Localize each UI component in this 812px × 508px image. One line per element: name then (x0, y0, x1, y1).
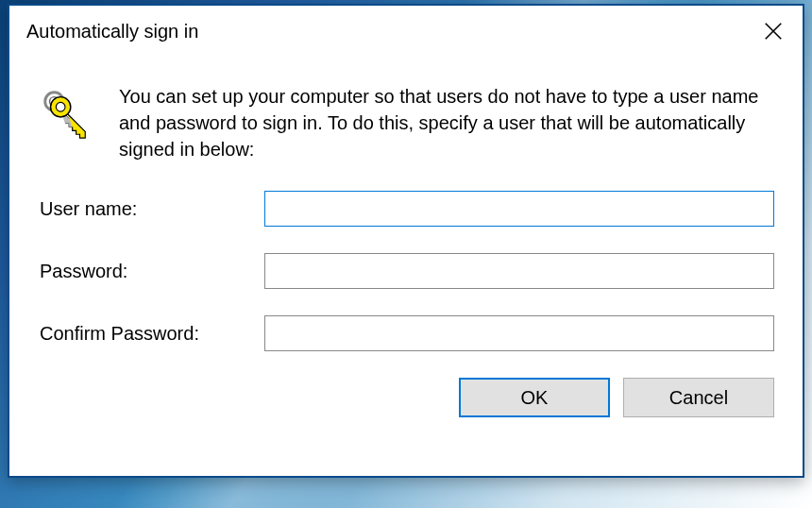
dialog-header: You can set up your computer so that use… (38, 83, 774, 162)
dialog-title: Automatically sign in (26, 21, 198, 42)
dialog-titlebar: Automatically sign in (9, 6, 803, 57)
dialog-buttons: OK Cancel (38, 378, 774, 417)
cancel-button[interactable]: Cancel (623, 378, 774, 417)
close-button[interactable] (759, 17, 787, 45)
ok-button[interactable]: OK (459, 378, 610, 417)
dialog-content: You can set up your computer so that use… (9, 57, 803, 427)
username-row: User name: (38, 191, 774, 227)
close-icon (763, 21, 784, 42)
auto-signin-dialog: Automatically sign in (8, 4, 804, 478)
dialog-description: You can set up your computer so that use… (119, 83, 774, 162)
username-input[interactable] (264, 191, 774, 227)
password-row: Password: (38, 253, 774, 289)
confirm-password-row: Confirm Password: (38, 315, 774, 351)
username-label: User name: (38, 198, 264, 220)
svg-point-5 (56, 102, 65, 111)
keys-icon (38, 87, 93, 142)
confirm-password-label: Confirm Password: (38, 323, 264, 345)
password-input[interactable] (264, 253, 774, 289)
confirm-password-input[interactable] (264, 315, 774, 351)
password-label: Password: (38, 261, 264, 282)
